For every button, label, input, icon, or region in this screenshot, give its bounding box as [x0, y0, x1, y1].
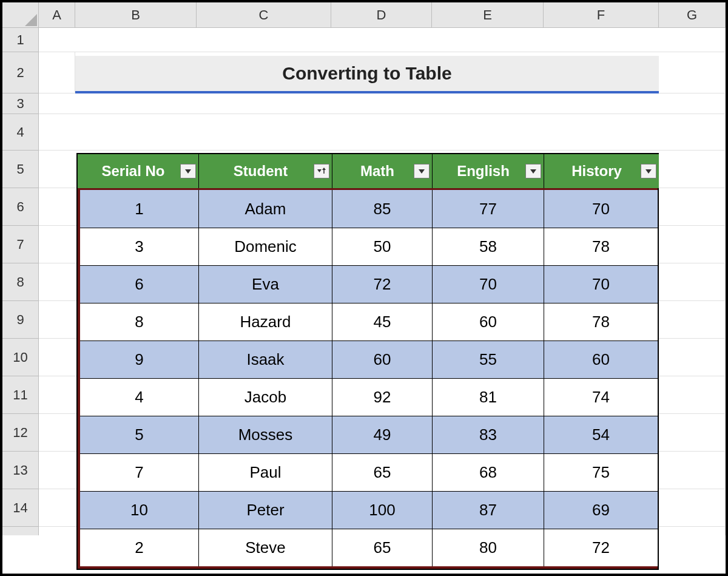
rowhead-10[interactable]: 10 — [2, 339, 39, 376]
rowhead-14[interactable]: 14 — [2, 489, 39, 527]
rowhead-1[interactable]: 1 — [2, 28, 39, 52]
cell-math[interactable]: 100 — [332, 491, 433, 529]
cell-english[interactable]: 80 — [433, 529, 544, 566]
colhead-D[interactable]: D — [331, 2, 432, 28]
rowhead-6[interactable]: 6 — [2, 188, 39, 226]
cell-math[interactable]: 65 — [332, 529, 433, 566]
cell-range-row1[interactable] — [39, 28, 726, 52]
cell-student[interactable]: Jacob — [199, 378, 332, 416]
rowhead-7[interactable]: 7 — [2, 226, 39, 263]
th-student[interactable]: Student — [199, 154, 332, 188]
th-history[interactable]: History — [544, 154, 659, 188]
rowhead-8[interactable]: 8 — [2, 263, 39, 301]
cell-serial[interactable]: 4 — [80, 378, 199, 416]
table-row[interactable]: 9Isaak605560 — [80, 341, 655, 378]
cell-student[interactable]: Hazard — [199, 303, 332, 341]
cell-math[interactable]: 72 — [332, 265, 433, 303]
cell-student[interactable]: Isaak — [199, 341, 332, 378]
cell-serial[interactable]: 6 — [80, 265, 199, 303]
cell-student[interactable]: Adam — [199, 190, 332, 228]
cell-history[interactable]: 70 — [544, 265, 658, 303]
cell-student[interactable]: Steve — [199, 529, 332, 566]
colhead-G[interactable]: G — [659, 2, 726, 28]
cell-english[interactable]: 55 — [433, 341, 544, 378]
filter-button-student[interactable] — [314, 164, 329, 178]
colhead-C[interactable]: C — [197, 2, 331, 28]
th-math[interactable]: Math — [332, 154, 433, 188]
cell-history[interactable]: 72 — [544, 529, 658, 566]
table-row[interactable]: 8Hazard456078 — [80, 303, 655, 341]
table-row[interactable]: 7Paul656875 — [80, 453, 655, 491]
select-all-corner[interactable] — [2, 2, 39, 28]
cell-A2[interactable] — [39, 52, 75, 93]
cell-student[interactable]: Eva — [199, 265, 332, 303]
rowhead-9[interactable]: 9 — [2, 301, 39, 339]
table-row[interactable]: 10Peter1008769 — [80, 491, 655, 529]
rowhead-11[interactable]: 11 — [2, 376, 39, 414]
colhead-F[interactable]: F — [544, 2, 659, 28]
table-body: 1Adam8577703Domenic5058786Eva7270708Haza… — [78, 188, 658, 569]
cell-math[interactable]: 60 — [332, 341, 433, 378]
cell-serial[interactable]: 9 — [80, 341, 199, 378]
cell-range-row3[interactable] — [39, 93, 726, 114]
th-label: Math — [360, 163, 394, 180]
table-row[interactable]: 1Adam857770 — [80, 190, 655, 228]
cell-student[interactable]: Mosses — [199, 416, 332, 453]
cell-range-row4[interactable] — [39, 114, 726, 151]
cell-history[interactable]: 75 — [544, 453, 658, 491]
cell-english[interactable]: 70 — [433, 265, 544, 303]
table-row[interactable]: 5Mosses498354 — [80, 416, 655, 453]
cell-english[interactable]: 58 — [433, 228, 544, 265]
th-serial-no[interactable]: Serial No — [78, 154, 199, 188]
cell-math[interactable]: 50 — [332, 228, 433, 265]
filter-button-history[interactable] — [641, 164, 656, 178]
colhead-E[interactable]: E — [432, 2, 544, 28]
table-row[interactable]: 4Jacob928174 — [80, 378, 655, 416]
table-row[interactable]: 3Domenic505878 — [80, 228, 655, 265]
cell-serial[interactable]: 3 — [80, 228, 199, 265]
cell-student[interactable]: Paul — [199, 453, 332, 491]
cell-serial[interactable]: 10 — [80, 491, 199, 529]
cell-history[interactable]: 60 — [544, 341, 658, 378]
cell-history[interactable]: 78 — [544, 228, 658, 265]
cell-serial[interactable]: 2 — [80, 529, 199, 566]
table-row[interactable]: 2Steve658072 — [80, 529, 655, 566]
cell-serial[interactable]: 7 — [80, 453, 199, 491]
filter-button-math[interactable] — [414, 164, 430, 178]
cell-english[interactable]: 68 — [433, 453, 544, 491]
cell-history[interactable]: 74 — [544, 378, 658, 416]
cell-english[interactable]: 83 — [433, 416, 544, 453]
cell-serial[interactable]: 5 — [80, 416, 199, 453]
cell-serial[interactable]: 8 — [80, 303, 199, 341]
rowhead-3[interactable]: 3 — [2, 93, 39, 114]
cell-history[interactable]: 78 — [544, 303, 658, 341]
cell-english[interactable]: 81 — [433, 378, 544, 416]
rowhead-4[interactable]: 4 — [2, 114, 39, 151]
colhead-A[interactable]: A — [39, 2, 75, 28]
cell-history[interactable]: 69 — [544, 491, 658, 529]
filter-button-serial[interactable] — [180, 164, 196, 178]
colhead-B[interactable]: B — [75, 2, 197, 28]
rowhead-2[interactable]: 2 — [2, 52, 39, 93]
rowhead-5[interactable]: 5 — [2, 151, 39, 188]
cell-G2[interactable] — [659, 52, 726, 93]
cell-student[interactable]: Domenic — [199, 228, 332, 265]
rowhead-12[interactable]: 12 — [2, 414, 39, 452]
cell-history[interactable]: 54 — [544, 416, 658, 453]
cell-student[interactable]: Peter — [199, 491, 332, 529]
cell-history[interactable]: 70 — [544, 190, 658, 228]
cell-english[interactable]: 87 — [433, 491, 544, 529]
cell-math[interactable]: 65 — [332, 453, 433, 491]
cell-math[interactable]: 45 — [332, 303, 433, 341]
cell-math[interactable]: 49 — [332, 416, 433, 453]
cell-serial[interactable]: 1 — [80, 190, 199, 228]
cell-math[interactable]: 92 — [332, 378, 433, 416]
table-row[interactable]: 6Eva727070 — [80, 265, 655, 303]
rowhead-13[interactable]: 13 — [2, 452, 39, 489]
filter-button-english[interactable] — [525, 164, 541, 178]
cell-english[interactable]: 60 — [433, 303, 544, 341]
svg-marker-6 — [530, 169, 536, 174]
cell-english[interactable]: 77 — [433, 190, 544, 228]
th-english[interactable]: English — [433, 154, 544, 188]
cell-math[interactable]: 85 — [332, 190, 433, 228]
